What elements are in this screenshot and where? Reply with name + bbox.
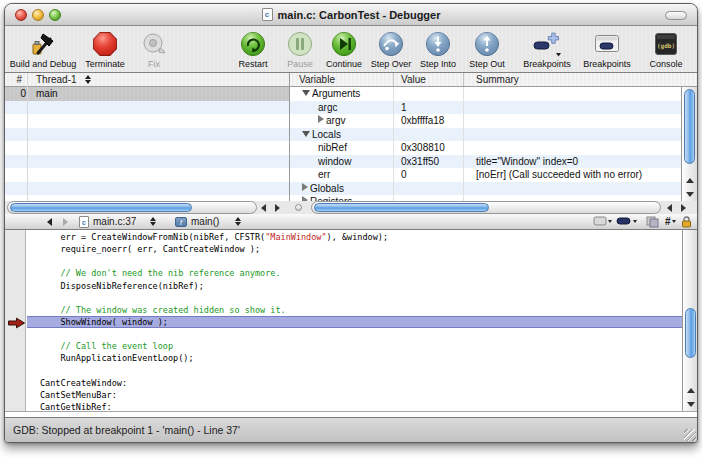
restart-button[interactable]: Restart (231, 29, 275, 69)
variable-row[interactable]: Arguments (290, 87, 681, 101)
code-line[interactable]: CantCreateWindow: (27, 377, 682, 389)
variable-row[interactable]: err0[noErr] (Call succeeded with no erro… (290, 168, 681, 182)
program-counter-arrow[interactable] (7, 317, 26, 329)
scrollbar-thumb[interactable] (10, 203, 192, 212)
variable-value: 0xbffffa18 (401, 114, 444, 128)
step-into-button[interactable]: Step Into (416, 29, 460, 69)
code-comment: // We don't need the nib reference anymo… (40, 268, 281, 278)
disclosure-triangle-closed[interactable] (302, 183, 308, 191)
variable-name: Arguments (290, 87, 393, 101)
file-popup-stepper[interactable] (150, 214, 156, 229)
toolbar-item-label: Breakpoints (580, 59, 634, 69)
console-button[interactable]: (gdb)Console (645, 29, 687, 69)
toolbar-item-label: Step Out (465, 59, 509, 69)
pane-splitter-handle[interactable] (295, 204, 302, 211)
continue-button[interactable]: Continue (322, 29, 366, 69)
function-popup[interactable]: f main() (175, 214, 219, 229)
disclosure-triangle-open[interactable] (302, 131, 310, 137)
variable-name: window (290, 155, 393, 169)
breakpoints-button[interactable]: Breakpoints (580, 29, 634, 69)
code-line[interactable]: // Call the event loop (27, 340, 682, 352)
function-popup-stepper[interactable] (235, 214, 241, 229)
scrollbar-thumb[interactable] (685, 308, 696, 358)
editor-vertical-scrollbar[interactable] (682, 230, 697, 411)
terminate-button[interactable]: Terminate (81, 29, 129, 69)
code-text: require_noerr( err, CantCreateWindow ); (40, 244, 260, 254)
variable-value: 0x31ff50 (401, 155, 439, 169)
fix-button[interactable]: Fix (134, 29, 174, 69)
variable-col-header[interactable]: Variable (299, 73, 335, 86)
threads-header[interactable]: # Thread-1 (5, 73, 289, 87)
thread-num-header[interactable]: # (5, 73, 27, 86)
variables-horizontal-scrollbar[interactable] (311, 201, 661, 214)
toolbar: Build and DebugTerminateFixRestartPauseC… (5, 26, 697, 73)
bookmarks-button[interactable] (593, 214, 612, 229)
variable-row[interactable]: nibRef0x308810 (290, 141, 681, 155)
tape-icon (134, 29, 174, 58)
variable-row[interactable]: window0x31ff50title="Window" index=0 (290, 155, 681, 169)
step-over-button[interactable]: Step Over (368, 29, 414, 69)
back-button[interactable] (47, 214, 52, 229)
summary-col-header[interactable]: Summary (476, 73, 519, 86)
titlebar[interactable]: c main.c: CarbonTest - Debugger (5, 4, 697, 26)
threads-scroll-arrows[interactable] (261, 201, 280, 214)
scrollbar-thumb[interactable] (684, 89, 695, 164)
lock-icon (681, 216, 692, 228)
code-line[interactable]: DisposeNibReference(nibRef); (27, 280, 682, 292)
continue-icon (322, 29, 366, 58)
forward-button[interactable] (63, 214, 68, 229)
counterparts-button[interactable] (646, 214, 659, 229)
code-line[interactable]: require_noerr( err, CantCreateWindow ); (27, 243, 682, 255)
scroll-down-button[interactable] (682, 187, 697, 201)
variables-vertical-scrollbar[interactable] (681, 87, 697, 201)
disclosure-triangle-closed[interactable] (318, 115, 324, 123)
variable-name: nibRef (290, 141, 393, 155)
current-line[interactable]: ShowWindow( window ); (27, 316, 682, 328)
breakpoints-button[interactable]: Breakpoints (520, 29, 574, 69)
code-line[interactable]: CantSetMenuBar: (27, 389, 682, 401)
thread-name: main (36, 87, 58, 101)
thread-row[interactable]: 0main (5, 87, 289, 101)
line-number-button[interactable]: # (665, 214, 676, 229)
toolbar-item-label: Step Into (416, 59, 460, 69)
gdb-console-icon: (gdb) (645, 29, 687, 58)
build-and-debug-button[interactable]: Build and Debug (8, 29, 78, 69)
scroll-up-button[interactable] (683, 383, 698, 397)
code-text: RunApplicationEventLoop(); (40, 353, 194, 363)
source-editor[interactable]: err = CreateWindowFromNib(nibRef, CFSTR(… (5, 230, 697, 411)
code-line[interactable]: CantGetNibRef: (27, 401, 682, 411)
breakpoints-menu-button[interactable] (616, 214, 637, 229)
code-line[interactable]: // We don't need the nib reference anymo… (27, 267, 682, 279)
scrollbar-thumb[interactable] (314, 203, 489, 212)
scroll-up-button[interactable] (682, 173, 697, 187)
pause-button[interactable]: Pause (280, 29, 320, 69)
code-line[interactable]: RunApplicationEventLoop(); (27, 352, 682, 364)
variable-row[interactable]: argc1 (290, 101, 681, 115)
variable-row[interactable]: Locals (290, 128, 681, 142)
toolbar-toggle-button[interactable] (665, 11, 687, 20)
code-area[interactable]: err = CreateWindowFromNib(nibRef, CFSTR(… (27, 230, 682, 411)
variable-summary: title="Window" index=0 (476, 155, 578, 169)
variables-header[interactable]: Variable Value Summary (290, 73, 697, 87)
lock-button[interactable] (681, 214, 692, 229)
variable-row[interactable]: Globals (290, 182, 681, 196)
step-out-button[interactable]: Step Out (465, 29, 509, 69)
code-line[interactable]: err = CreateWindowFromNib(nibRef, CFSTR(… (27, 231, 682, 243)
code-line[interactable] (27, 292, 682, 304)
code-line[interactable] (27, 365, 682, 377)
code-line[interactable] (27, 328, 682, 340)
variable-row[interactable]: argv0xbffffa18 (290, 114, 681, 128)
code-line[interactable]: // The window was created hidden so show… (27, 304, 682, 316)
variables-scroll-arrows[interactable] (667, 201, 686, 214)
disclosure-triangle-open[interactable] (302, 90, 310, 96)
step-over-icon (368, 29, 414, 58)
statusbar: GDB: Stopped at breakpoint 1 - 'main() -… (5, 417, 697, 442)
threads-horizontal-scrollbar[interactable] (7, 201, 257, 214)
resize-grip[interactable] (684, 429, 696, 441)
thread-name-header[interactable]: Thread-1 (36, 73, 77, 86)
file-history-popup[interactable]: c main.c:37 (79, 214, 136, 229)
scroll-down-button[interactable] (683, 397, 698, 411)
toolbar-item-label: Breakpoints (520, 59, 574, 69)
value-col-header[interactable]: Value (401, 73, 426, 86)
code-line[interactable] (27, 255, 682, 267)
